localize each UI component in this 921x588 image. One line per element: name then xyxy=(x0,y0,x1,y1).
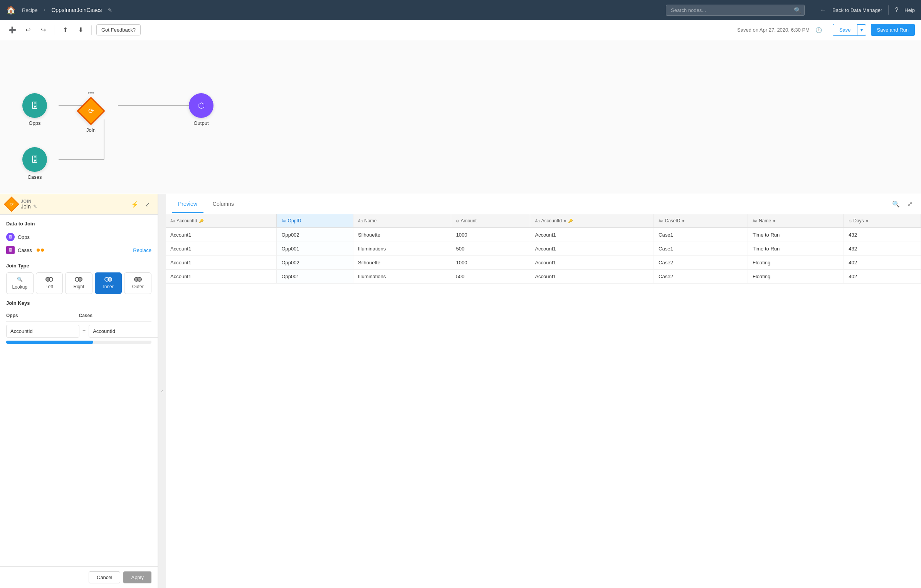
history-button[interactable]: 🕐 xyxy=(813,24,825,36)
undo-button[interactable]: ↩ xyxy=(22,24,34,36)
cell-caseid: Case1 xyxy=(654,228,748,242)
cell-accountid1: Account1 xyxy=(166,256,277,270)
save-button[interactable]: Save xyxy=(833,24,857,36)
canvas-connectors xyxy=(0,40,921,194)
cell-accountid1: Account1 xyxy=(166,228,277,242)
col-days: ⊙ Days ⚭ xyxy=(844,214,921,228)
left-type-button[interactable]: Left xyxy=(36,272,63,294)
cases-node-icon: 🗄 xyxy=(22,147,47,172)
cell-accountid2: Account1 xyxy=(530,228,654,242)
cell-accountid1: Account1 xyxy=(166,242,277,256)
redo-button[interactable]: ↪ xyxy=(37,24,49,36)
edit-join-name-icon[interactable]: ✎ xyxy=(33,204,37,209)
preview-panel: Preview Columns 🔍 ⤢ Aa AccountId 🔑 xyxy=(166,194,921,588)
cell-name2: Time to Run xyxy=(748,242,844,256)
cases-node-label: Cases xyxy=(28,174,42,180)
add-step-button[interactable]: ➕ xyxy=(6,24,18,36)
join-keys-title: Join Keys xyxy=(6,300,151,306)
save-and-run-button[interactable]: Save and Run xyxy=(871,24,915,36)
left-join-icon xyxy=(45,277,53,282)
col-amount: ⊙ Amount xyxy=(451,214,530,228)
opps-data-icon: 🗄 xyxy=(6,233,15,241)
help-label[interactable]: Help xyxy=(904,7,915,13)
chain-icon-3: ⚭ xyxy=(773,219,776,223)
output-node[interactable]: ⬡ Output xyxy=(189,93,213,126)
right-type-button[interactable]: Right xyxy=(65,272,92,294)
scroll-progress xyxy=(6,341,93,344)
chain-icon-2: ⚭ xyxy=(682,219,685,223)
chain-icon-1: ⚭ xyxy=(563,219,566,223)
linked-dot-2 xyxy=(41,249,44,252)
number-type-icon-2: ⊙ xyxy=(849,219,852,223)
cell-accountid2: Account1 xyxy=(530,256,654,270)
cases-node[interactable]: 🗄 Cases xyxy=(22,147,47,180)
edit-filename-icon[interactable]: ✎ xyxy=(108,7,112,13)
recipe-canvas[interactable]: 🗄 Opps ••• ⟳ Join ⬡ Output 🗄 Cases xyxy=(0,40,921,194)
lookup-type-button[interactable]: 🔍 Lookup xyxy=(6,272,34,294)
panel-footer: Cancel Apply xyxy=(0,566,158,588)
text-type-icon: Aa xyxy=(170,219,175,223)
cell-days: 402 xyxy=(844,256,921,270)
join-key-left-input[interactable] xyxy=(6,325,79,338)
opps-node[interactable]: 🗄 Opps xyxy=(22,93,47,126)
col-caseid: Aa CaseID ⚭ xyxy=(654,214,748,228)
cell-accountid2: Account1 xyxy=(530,242,654,256)
tab-columns[interactable]: Columns xyxy=(207,195,240,213)
join-node-menu[interactable]: ••• xyxy=(88,89,94,96)
expand-icon[interactable]: ⤢ xyxy=(143,199,151,210)
cell-amount: 500 xyxy=(451,242,530,256)
opps-col-header: Opps xyxy=(6,313,79,318)
lightning-icon[interactable]: ⚡ xyxy=(129,199,140,210)
panel-content: Data to Join 🗄 Opps 🗄 Cases Rep xyxy=(0,215,158,566)
search-container: 🔍 xyxy=(666,5,805,16)
join-key-row: = xyxy=(6,325,151,338)
cell-days: 432 xyxy=(844,228,921,242)
join-type-grid: 🔍 Lookup Left xyxy=(6,272,151,294)
expand-panel-button[interactable]: ⤢ xyxy=(905,199,915,209)
cell-name2: Time to Run xyxy=(748,228,844,242)
join-key-right-input[interactable] xyxy=(89,325,158,338)
download-button[interactable]: ⬇ xyxy=(74,24,87,36)
opps-node-label: Opps xyxy=(29,120,40,126)
data-to-join-section-title: Data to Join xyxy=(6,221,151,227)
join-settings-panel: ⟳ JOIN Join ✎ ⚡ ⤢ Data to Join 🗄 xyxy=(0,194,158,588)
back-to-data-manager[interactable]: Back to Data Manager xyxy=(832,7,882,13)
search-input[interactable] xyxy=(666,5,805,16)
outer-type-button[interactable]: Outer xyxy=(124,272,151,294)
cancel-button[interactable]: Cancel xyxy=(89,571,120,583)
cell-name1: Silhouette xyxy=(353,228,451,242)
cell-days: 432 xyxy=(844,242,921,256)
join-node[interactable]: ••• ⟳ Join xyxy=(77,89,105,133)
join-icon: ⟳ xyxy=(88,107,94,115)
data-table-container[interactable]: Aa AccountId 🔑 Aa OppID xyxy=(166,214,921,588)
table-body: Account1 Opp002 Silhouette 1000 Account1… xyxy=(166,228,921,284)
cell-accountid1: Account1 xyxy=(166,270,277,284)
inner-type-button[interactable]: Inner xyxy=(95,272,122,294)
cell-name1: Silhouette xyxy=(353,256,451,270)
panel-collapse-handle[interactable]: ‹ xyxy=(158,194,166,588)
tab-preview[interactable]: Preview xyxy=(172,195,203,213)
opps-node-icon: 🗄 xyxy=(22,93,47,118)
linked-dot-1 xyxy=(37,249,40,252)
join-node-label: Join xyxy=(86,127,96,133)
main-toolbar: ➕ ↩ ↪ ⬆ ⬇ Got Feedback? Saved on Apr 27,… xyxy=(0,20,921,40)
key-icon-2: 🔑 xyxy=(568,219,573,223)
feedback-button[interactable]: Got Feedback? xyxy=(96,24,141,35)
replace-cases-link[interactable]: Replace xyxy=(133,247,151,253)
apply-button[interactable]: Apply xyxy=(123,571,151,583)
cell-oppid: Opp001 xyxy=(277,242,353,256)
cell-name1: Illuminations xyxy=(353,270,451,284)
preview-toolbar: Preview Columns 🔍 ⤢ xyxy=(166,194,921,214)
file-name[interactable]: OppsInnerJoinCases xyxy=(51,7,102,13)
join-type-title: Join Type xyxy=(6,263,151,269)
text-type-icon-5: Aa xyxy=(659,219,663,223)
save-dropdown-button[interactable]: ▾ xyxy=(857,24,866,36)
zoom-in-button[interactable]: 🔍 xyxy=(890,199,902,209)
equals-sign: = xyxy=(82,328,86,334)
inner-join-icon xyxy=(104,277,112,282)
cases-data-icon: 🗄 xyxy=(6,246,15,254)
upload-button[interactable]: ⬆ xyxy=(59,24,71,36)
opps-data-label: Opps xyxy=(18,234,30,240)
join-keys-section: Join Keys Opps Cases = xyxy=(6,300,151,344)
search-icon: 🔍 xyxy=(794,7,802,14)
